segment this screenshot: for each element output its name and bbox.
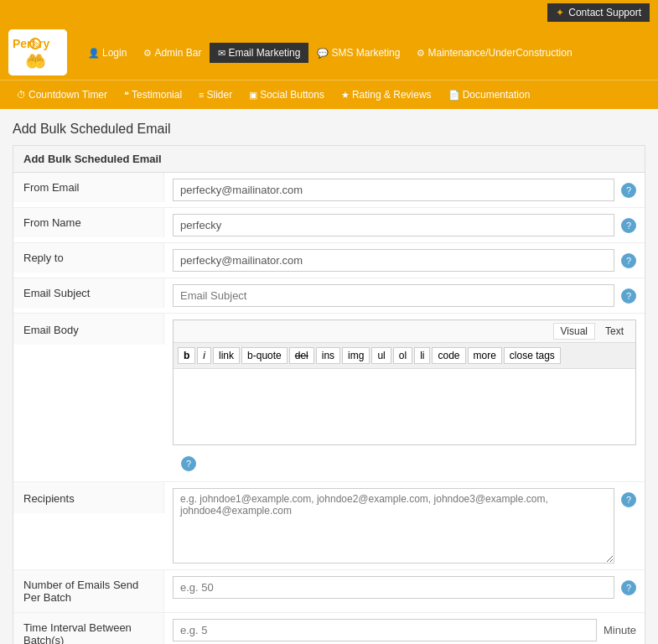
minute-label: Minute <box>604 624 636 636</box>
email-subject-input[interactable] <box>173 284 614 307</box>
nav-row-2: Countdown Timer Testimonial Slider Socia… <box>0 80 658 109</box>
login-icon <box>88 47 100 59</box>
li-button[interactable]: li <box>414 347 430 364</box>
email-subject-help-icon[interactable]: ? <box>621 288 636 304</box>
nav-testimonial-label: Testimonial <box>132 89 182 101</box>
nav-email-marketing[interactable]: Email Marketing <box>210 43 308 63</box>
from-email-input[interactable] <box>173 179 614 201</box>
code-button[interactable]: code <box>432 347 465 364</box>
batch-row: Number of Emails Send Per Batch ? <box>13 570 645 613</box>
slider-icon <box>199 89 204 101</box>
nav-slider-label: Slider <box>207 89 233 101</box>
recipients-label: Recipients <box>13 482 164 513</box>
nav-maintenance[interactable]: Maintenance/UnderConstruction <box>408 43 580 63</box>
nav-slider[interactable]: Slider <box>190 85 241 105</box>
ul-button[interactable]: ul <box>371 347 391 364</box>
reply-to-label: Reply to <box>13 243 164 273</box>
batch-help-icon[interactable]: ? <box>621 580 636 595</box>
from-email-row: From Email ? <box>13 173 645 208</box>
nav-docs-label: Documentation <box>463 89 531 101</box>
batch-field: ? <box>164 570 645 605</box>
from-name-input[interactable] <box>173 214 614 236</box>
logo-image: Perf ⚙ ry 🤲 <box>8 29 67 75</box>
text-tab[interactable]: Text <box>598 323 631 340</box>
header: Contact Support Perf ⚙ ry 🤲 Login Admi <box>0 0 658 109</box>
nav-countdown[interactable]: Countdown Timer <box>8 85 116 105</box>
email-body-editor: Visual Text b i link b-quote del ins img… <box>173 319 636 445</box>
reply-to-input[interactable] <box>173 249 614 272</box>
nav-login[interactable]: Login <box>80 43 135 63</box>
nav-admin-bar[interactable]: Admin Bar <box>135 43 210 63</box>
nav-sms-marketing[interactable]: SMS Marketing <box>308 43 408 63</box>
email-body-row: Email Body Visual Text b i link b-quote … <box>13 314 645 482</box>
from-email-label: From Email <box>13 173 164 202</box>
body-help-row: ? <box>173 452 636 475</box>
recipients-row: Recipients ? <box>13 482 645 570</box>
from-name-label: From Name <box>13 208 164 237</box>
italic-button[interactable]: i <box>197 347 211 364</box>
email-icon <box>218 47 225 59</box>
docs-icon <box>448 89 460 101</box>
nav-documentation[interactable]: Documentation <box>440 85 539 105</box>
nav-sms-label: SMS Marketing <box>331 47 400 59</box>
bold-button[interactable]: b <box>178 347 195 364</box>
reply-to-field: ? <box>164 243 645 278</box>
editor-toolbar: b i link b-quote del ins img ul ol li co… <box>174 343 635 369</box>
interval-input-row: Minute <box>173 619 636 641</box>
nav-social-label: Social Buttons <box>260 89 324 101</box>
img-button[interactable]: img <box>342 347 370 364</box>
editor-tab-bar: Visual Text <box>174 320 635 343</box>
from-email-field: ? <box>164 173 645 207</box>
bquote-button[interactable]: b-quote <box>241 347 288 364</box>
countdown-icon <box>17 89 26 101</box>
testimonial-icon <box>124 89 129 101</box>
recipients-field: ? <box>164 482 645 569</box>
from-name-help-icon[interactable]: ? <box>621 218 636 233</box>
interval-input[interactable] <box>173 619 597 641</box>
del-button[interactable]: del <box>289 347 314 364</box>
email-subject-row: Email Subject ? <box>13 278 645 314</box>
form-card: Add Bulk Scheduled Email From Email ? Fr… <box>13 145 645 644</box>
close-tags-button[interactable]: close tags <box>504 347 561 364</box>
recipients-help-icon[interactable]: ? <box>621 492 636 507</box>
editor-body-area[interactable] <box>174 369 635 444</box>
contact-support-button[interactable]: Contact Support <box>547 3 650 22</box>
nav-email-label: Email Marketing <box>228 47 300 59</box>
top-bar: Contact Support <box>0 0 658 25</box>
body-help-icon[interactable]: ? <box>181 456 196 471</box>
sms-icon <box>317 47 329 59</box>
nav-rating-label: Rating & Reviews <box>352 89 432 101</box>
visual-tab[interactable]: Visual <box>553 323 595 340</box>
batch-input[interactable] <box>173 576 614 599</box>
nav-maintenance-label: Maintenance/UnderConstruction <box>427 47 572 59</box>
nav-admin-label: Admin Bar <box>154 47 201 59</box>
nav-social-buttons[interactable]: Social Buttons <box>241 85 333 105</box>
more-button[interactable]: more <box>468 347 502 364</box>
logo: Perf ⚙ ry 🤲 <box>8 29 67 75</box>
ins-button[interactable]: ins <box>316 347 340 364</box>
interval-field: Minute ? <box>164 613 645 644</box>
nav-login-label: Login <box>102 47 127 59</box>
rating-icon <box>341 89 350 101</box>
admin-icon <box>143 47 152 59</box>
email-body-field: Visual Text b i link b-quote del ins img… <box>164 314 645 481</box>
nav-countdown-label: Countdown Timer <box>28 89 107 101</box>
page-content: Add Bulk Scheduled Email Add Bulk Schedu… <box>0 109 658 644</box>
nav-testimonial[interactable]: Testimonial <box>116 85 190 105</box>
link-button[interactable]: link <box>213 347 240 364</box>
from-name-field: ? <box>164 208 645 242</box>
interval-label: Time Interval Between Batch(s) <box>13 613 164 644</box>
nav-rating[interactable]: Rating & Reviews <box>333 85 440 105</box>
recipients-textarea[interactable] <box>173 488 614 564</box>
ol-button[interactable]: ol <box>393 347 412 364</box>
page-title: Add Bulk Scheduled Email <box>13 122 645 137</box>
from-name-row: From Name ? <box>13 208 645 243</box>
interval-row: Time Interval Between Batch(s) Minute ? <box>13 613 645 644</box>
from-email-help-icon[interactable]: ? <box>621 183 636 198</box>
batch-label: Number of Emails Send Per Batch <box>13 570 164 612</box>
email-body-label: Email Body <box>13 314 164 345</box>
reply-to-row: Reply to ? <box>13 243 645 278</box>
reply-to-help-icon[interactable]: ? <box>621 253 636 268</box>
svg-text:🤲: 🤲 <box>25 51 46 71</box>
email-subject-field: ? <box>164 278 645 313</box>
